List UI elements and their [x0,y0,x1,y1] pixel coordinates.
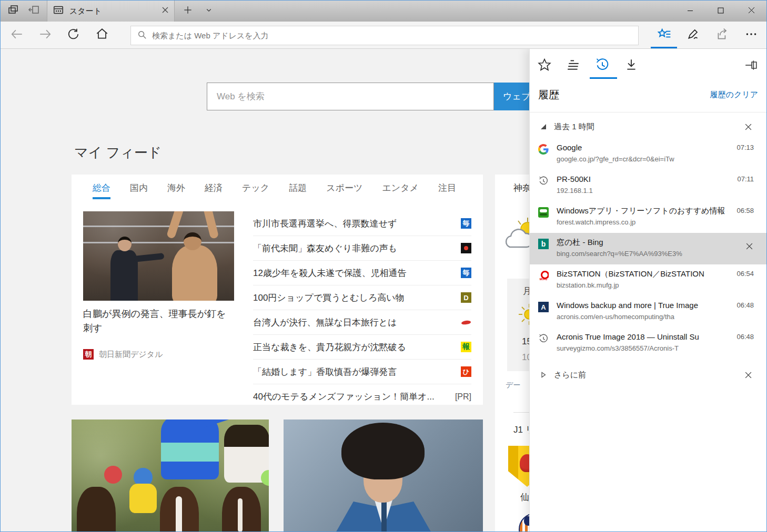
news-item[interactable]: 正当な裁きを、貴乃花親方が沈黙破る 報 [253,335,471,360]
jockey-red-helmet [104,466,122,484]
history-item-surveygizmo[interactable]: Acronis True Image 2018 — Uninstall Su s… [530,328,766,359]
feed-tab-chuumoku[interactable]: 注目 [438,175,456,200]
pin-icon [744,58,758,74]
news-item[interactable]: 「前代未聞」森友めぐり非難の声も [253,236,471,261]
feed-tab-sougou[interactable]: 総合 [93,175,110,200]
sumo-railing [83,242,234,243]
set-tabs-aside-button[interactable] [24,1,45,22]
sumo-head [184,232,201,250]
news-item[interactable]: 市川市長選再選挙へ、得票数達せず 毎 [253,211,471,236]
feed-tab-tech[interactable]: テック [242,175,269,200]
refresh-button[interactable] [62,23,86,47]
pen-icon [687,27,700,43]
history-title: Acronis True Image 2018 — Uninstall Su [557,332,728,341]
feed-tab-wadai[interactable]: 話題 [289,175,307,200]
history-group-recent[interactable]: 過去 1 時間 [530,116,766,137]
address-input[interactable] [152,31,632,40]
asahi-source-icon: 朝 [83,349,94,360]
web-search-input[interactable] [207,83,494,110]
news-title: 「前代未聞」森友めぐり非難の声も [253,242,455,254]
news-item[interactable]: 12歳少年を殺人未遂で保護、児相通告 毎 [253,261,471,285]
delete-group-icon[interactable] [742,369,754,381]
favorites-tab[interactable] [532,55,557,76]
clock-favicon [538,176,549,186]
weather-region: 神奈 [513,182,531,194]
more-button[interactable] [740,23,763,47]
portrait-tie [381,499,387,531]
history-item-router[interactable]: PR-500KI 192.168.1.1 07:11 [530,170,766,201]
window-controls [675,1,766,22]
feed-tab-keizai[interactable]: 経済 [205,175,223,200]
delete-history-item-icon[interactable] [743,240,755,252]
forest-favicon [538,207,549,218]
news-item-sponsored[interactable]: 40代のモテるメンズファッション！簡単オ... [PR] [253,384,471,409]
download-icon [624,58,638,74]
weather-data-provider[interactable]: デー [506,381,520,390]
forward-button[interactable] [33,23,57,47]
hub-active-underline [651,47,677,48]
clock-favicon [538,333,549,344]
tab-close-icon[interactable] [162,6,169,16]
horse [222,487,261,531]
pr-badge: [PR] [455,392,471,402]
feed-tab-kokunai[interactable]: 国内 [130,175,148,200]
clear-history-link[interactable]: 履歴のクリア [710,90,758,100]
back-icon [10,27,24,43]
history-clock-icon [595,57,610,74]
tab-preview-button[interactable] [3,1,24,22]
history-time: 06:54 [736,270,754,278]
home-button[interactable] [90,23,114,47]
hub-button[interactable] [653,23,676,47]
close-button[interactable] [736,1,766,22]
history-url: google.co.jp/?gfe_rd=cr&dcr=0&ei=iTw [557,155,746,163]
club-name: 仙 [520,491,529,503]
delete-group-icon[interactable] [742,121,754,132]
news-item[interactable]: 「結婚します」香取慎吾が爆弾発言 ひ [253,360,471,384]
pin-panel-button[interactable] [742,58,760,74]
back-button[interactable] [5,23,29,47]
history-time: 06:48 [736,301,754,309]
navigation-bar [1,22,766,49]
address-bar[interactable] [130,26,639,45]
feed-body: 白鵬が異例の発言、理事長が釘を刺す 朝 朝日新聞デジタル 市川市長選再選挙へ、得… [72,201,483,409]
source-name: 朝日新聞デジタル [99,350,163,360]
history-item-bizstation[interactable]: MUFG BizSTATION（BizSTATION／BizSTATION bi… [530,264,766,296]
news-title: 正当な裁きを、貴乃花親方が沈黙破る [253,341,455,353]
mainichi-source-icon: 毎 [461,268,471,278]
history-item-acronis[interactable]: A Windows backup and more | True Image a… [530,296,766,328]
feed-tab-sports[interactable]: スポーツ [326,175,362,200]
history-tab[interactable] [590,55,614,76]
forward-icon [38,27,52,43]
news-item[interactable]: 100円ショップで買うとむしろ高い物 D [253,285,471,310]
minimize-button[interactable] [675,1,705,22]
history-item-forest[interactable]: Windowsアプリ・フリーソフトのおすすめ情報 - forest.watch.… [530,201,766,233]
feed-tab-entame[interactable]: エンタメ [382,175,419,200]
news-item[interactable]: 台湾人が決行、無謀な日本旅行とは [253,310,471,335]
history-url: 192.168.1.1 [557,187,746,195]
history-item-google[interactable]: Google google.co.jp/?gfe_rd=cr&dcr=0&ei=… [530,138,766,170]
lead-article-caption[interactable]: 白鵬が異例の発言、理事長が釘を刺す [83,307,234,335]
feed-tab-kaigai[interactable]: 海外 [167,175,185,200]
share-icon [715,27,729,43]
downloads-tab[interactable] [619,55,643,76]
hochi-source-icon: 報 [461,342,471,352]
history-group-older[interactable]: さらに前 [530,364,766,385]
portrait-image[interactable] [284,420,483,531]
history-url: acronis.com/en-us/homecomputing/tha [557,313,746,321]
maximize-button[interactable] [705,1,736,22]
share-button[interactable] [711,23,734,47]
browser-tab[interactable]: スタート [47,1,175,22]
new-tab-button[interactable] [177,1,198,22]
news-title: 「結婚します」香取慎吾が爆弾発言 [253,366,455,378]
feed-tabs: 総合 国内 海外 経済 テック 話題 スポーツ エンタメ 注目 [72,175,483,201]
horse-racing-image[interactable] [72,420,269,531]
history-url: bizstation.bk.mufg.jp [557,281,746,289]
history-item-bing[interactable]: b 窓の杜 - Bing bing.com/search?q=%E7%AA%93… [530,233,766,264]
lead-article-image[interactable] [83,211,234,301]
start-page-favicon [53,4,64,18]
history-time: 06:58 [736,207,754,214]
show-tab-previews-button[interactable] [198,1,219,22]
reading-list-tab[interactable] [561,55,586,76]
web-note-button[interactable] [682,23,705,47]
history-url: bing.com/search?q=%E7%AA%93%E3% [557,250,746,258]
